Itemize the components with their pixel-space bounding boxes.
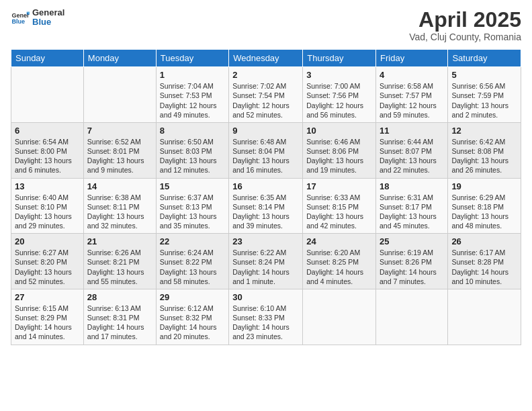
calendar-cell: 11Sunrise: 6:44 AM Sunset: 8:07 PM Dayli… [376,122,448,178]
day-number: 27 [15,292,80,302]
day-detail: Sunrise: 6:37 AM Sunset: 8:13 PM Dayligh… [160,193,225,231]
calendar-cell: 19Sunrise: 6:29 AM Sunset: 8:18 PM Dayli… [448,178,521,234]
calendar-cell [376,289,448,345]
day-detail: Sunrise: 6:13 AM Sunset: 8:31 PM Dayligh… [87,304,152,342]
day-detail: Sunrise: 6:29 AM Sunset: 8:18 PM Dayligh… [451,193,517,231]
day-number: 1 [160,70,225,80]
calendar-cell: 29Sunrise: 6:12 AM Sunset: 8:32 PM Dayli… [156,289,228,345]
calendar-cell: 14Sunrise: 6:38 AM Sunset: 8:11 PM Dayli… [83,178,156,234]
page-title: April 2025 [409,8,521,32]
calendar-cell: 28Sunrise: 6:13 AM Sunset: 8:31 PM Dayli… [83,289,156,345]
calendar-cell: 22Sunrise: 6:24 AM Sunset: 8:22 PM Dayli… [156,234,228,289]
day-detail: Sunrise: 6:56 AM Sunset: 7:59 PM Dayligh… [451,81,517,120]
calendar-cell: 30Sunrise: 6:10 AM Sunset: 8:33 PM Dayli… [229,289,303,345]
day-number: 13 [15,181,80,191]
calendar-cell [303,289,376,345]
calendar-cell: 13Sunrise: 6:40 AM Sunset: 8:10 PM Dayli… [11,178,84,234]
calendar-cell: 26Sunrise: 6:17 AM Sunset: 8:28 PM Dayli… [448,234,521,289]
day-detail: Sunrise: 6:22 AM Sunset: 8:24 PM Dayligh… [232,248,299,286]
calendar-week-row: 27Sunrise: 6:15 AM Sunset: 8:29 PM Dayli… [11,289,521,345]
logo-general-text: General [32,8,64,17]
calendar-cell [448,289,521,345]
day-detail: Sunrise: 6:26 AM Sunset: 8:21 PM Dayligh… [87,248,152,286]
day-number: 5 [451,70,517,80]
calendar-cell: 1Sunrise: 7:04 AM Sunset: 7:53 PM Daylig… [156,67,228,123]
calendar-cell: 23Sunrise: 6:22 AM Sunset: 8:24 PM Dayli… [229,234,303,289]
day-number: 4 [380,70,444,80]
calendar-cell: 18Sunrise: 6:31 AM Sunset: 8:17 PM Dayli… [376,178,448,234]
calendar-day-header: Saturday [448,50,521,67]
calendar-cell: 7Sunrise: 6:52 AM Sunset: 8:01 PM Daylig… [83,122,156,178]
calendar-week-row: 1Sunrise: 7:04 AM Sunset: 7:53 PM Daylig… [11,67,521,123]
calendar-cell: 2Sunrise: 7:02 AM Sunset: 7:54 PM Daylig… [229,67,303,123]
page: General Blue General Blue April 2025 Vad… [0,0,532,411]
day-detail: Sunrise: 6:31 AM Sunset: 8:17 PM Dayligh… [380,193,444,231]
day-number: 24 [306,236,372,246]
calendar-day-header: Sunday [11,50,84,67]
day-number: 15 [160,181,225,191]
calendar-cell: 24Sunrise: 6:20 AM Sunset: 8:25 PM Dayli… [303,234,376,289]
day-number: 2 [232,70,299,80]
calendar-day-header: Wednesday [229,50,303,67]
day-detail: Sunrise: 6:48 AM Sunset: 8:04 PM Dayligh… [232,137,299,175]
logo: General Blue General Blue [11,8,64,28]
calendar-cell: 27Sunrise: 6:15 AM Sunset: 8:29 PM Dayli… [11,289,84,345]
day-number: 23 [232,236,299,246]
calendar-cell [83,67,156,123]
day-number: 14 [87,181,152,191]
calendar-header: SundayMondayTuesdayWednesdayThursdayFrid… [11,50,521,67]
day-number: 16 [232,181,299,191]
day-number: 10 [306,126,372,136]
calendar-cell: 12Sunrise: 6:42 AM Sunset: 8:08 PM Dayli… [448,122,521,178]
calendar-cell: 10Sunrise: 6:46 AM Sunset: 8:06 PM Dayli… [303,122,376,178]
day-number: 9 [232,126,299,136]
calendar-cell: 8Sunrise: 6:50 AM Sunset: 8:03 PM Daylig… [156,122,228,178]
day-detail: Sunrise: 6:50 AM Sunset: 8:03 PM Dayligh… [160,137,225,175]
header: General Blue General Blue April 2025 Vad… [11,8,521,42]
day-detail: Sunrise: 6:54 AM Sunset: 8:00 PM Dayligh… [15,137,80,175]
day-number: 8 [160,126,225,136]
calendar-day-header: Thursday [303,50,376,67]
day-number: 17 [306,181,372,191]
day-detail: Sunrise: 6:24 AM Sunset: 8:22 PM Dayligh… [160,248,225,286]
day-detail: Sunrise: 6:46 AM Sunset: 8:06 PM Dayligh… [306,137,372,175]
calendar-cell: 6Sunrise: 6:54 AM Sunset: 8:00 PM Daylig… [11,122,84,178]
title-block: April 2025 Vad, Cluj County, Romania [409,8,521,42]
page-subtitle: Vad, Cluj County, Romania [409,32,521,42]
logo-icon: General Blue [11,8,30,27]
day-detail: Sunrise: 6:52 AM Sunset: 8:01 PM Dayligh… [87,137,152,175]
day-detail: Sunrise: 6:33 AM Sunset: 8:15 PM Dayligh… [306,193,372,231]
day-number: 28 [87,292,152,302]
day-detail: Sunrise: 6:20 AM Sunset: 8:25 PM Dayligh… [306,248,372,286]
day-detail: Sunrise: 7:02 AM Sunset: 7:54 PM Dayligh… [232,81,299,120]
day-detail: Sunrise: 6:58 AM Sunset: 7:57 PM Dayligh… [380,81,444,120]
day-detail: Sunrise: 6:27 AM Sunset: 8:20 PM Dayligh… [15,248,80,286]
day-detail: Sunrise: 7:04 AM Sunset: 7:53 PM Dayligh… [160,81,225,120]
day-detail: Sunrise: 6:10 AM Sunset: 8:33 PM Dayligh… [232,304,299,342]
day-number: 29 [160,292,225,302]
day-detail: Sunrise: 6:12 AM Sunset: 8:32 PM Dayligh… [160,304,225,342]
calendar-week-row: 13Sunrise: 6:40 AM Sunset: 8:10 PM Dayli… [11,178,521,234]
calendar-cell: 25Sunrise: 6:19 AM Sunset: 8:26 PM Dayli… [376,234,448,289]
day-detail: Sunrise: 6:40 AM Sunset: 8:10 PM Dayligh… [15,193,80,231]
day-detail: Sunrise: 6:35 AM Sunset: 8:14 PM Dayligh… [232,193,299,231]
day-number: 6 [15,126,80,136]
calendar-day-header: Friday [376,50,448,67]
day-detail: Sunrise: 6:42 AM Sunset: 8:08 PM Dayligh… [451,137,517,175]
day-detail: Sunrise: 6:17 AM Sunset: 8:28 PM Dayligh… [451,248,517,286]
svg-text:Blue: Blue [11,18,25,25]
calendar-cell: 20Sunrise: 6:27 AM Sunset: 8:20 PM Dayli… [11,234,84,289]
day-detail: Sunrise: 6:19 AM Sunset: 8:26 PM Dayligh… [380,248,444,286]
day-detail: Sunrise: 6:38 AM Sunset: 8:11 PM Dayligh… [87,193,152,231]
calendar-cell: 3Sunrise: 7:00 AM Sunset: 7:56 PM Daylig… [303,67,376,123]
day-detail: Sunrise: 6:44 AM Sunset: 8:07 PM Dayligh… [380,137,444,175]
day-number: 12 [451,126,517,136]
calendar-cell: 15Sunrise: 6:37 AM Sunset: 8:13 PM Dayli… [156,178,228,234]
calendar-cell: 4Sunrise: 6:58 AM Sunset: 7:57 PM Daylig… [376,67,448,123]
day-number: 3 [306,70,372,80]
day-number: 21 [87,236,152,246]
calendar-day-header: Tuesday [156,50,228,67]
logo-text: General Blue [32,8,64,28]
day-number: 11 [380,126,444,136]
day-number: 19 [451,181,517,191]
